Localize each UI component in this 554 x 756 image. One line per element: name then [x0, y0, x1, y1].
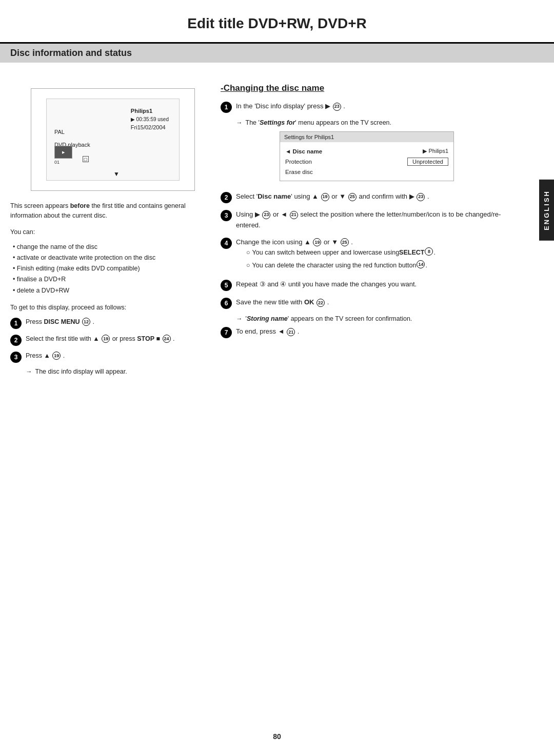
circle-22: 22 [316, 299, 325, 307]
settings-box-body: ◄ Disc name ▶ Philips1 Protection Unprot… [280, 142, 453, 181]
settings-box-title: Settings for Philips1 [280, 132, 453, 142]
list-item: finalise a DVD+R [13, 274, 205, 285]
list-item: change the name of the disc [13, 242, 205, 253]
right-step-1-content: In the 'Disc info display' press ▶ 23 . [236, 101, 513, 112]
right-step-7: 7 To end, press ◄ 21 . [221, 326, 513, 338]
thumb-1: ▶ [54, 146, 72, 159]
disc-display-inner: Philips1 ▶ 00:35:59 used Fri15/02/2004 P… [46, 99, 180, 181]
circle-25b: 25 [341, 238, 349, 246]
page-number: 80 [273, 732, 281, 741]
circle-21a: 21 [290, 211, 298, 219]
right-step-num-7: 7 [221, 327, 232, 338]
step-num-3: 3 [10, 352, 22, 363]
disc-thumbnails: ▶ 01 ▢ [54, 146, 72, 165]
right-step-num-1: 1 [221, 102, 232, 113]
settings-row-erase: Erase disc [285, 167, 448, 177]
right-step-3-content: Using ▶ 23 or ◄ 21 select the position w… [236, 209, 513, 231]
arrow-down: ▼ [113, 170, 120, 178]
page: Edit title DVD+RW, DVD+R Disc informatio… [0, 0, 554, 756]
step-3-content: Press ▲ 19 . [26, 351, 205, 361]
right-step-6-content: Save the new title with OK 22 . [236, 297, 513, 308]
right-step-5-content: Repeat ③ and ④ until you have made the c… [236, 279, 513, 290]
right-step-6-result: 'Storing name' appears on the TV screen … [236, 315, 513, 322]
circle-19b: 19 [52, 352, 61, 360]
disc-name-value: ▶ Philips1 [423, 148, 448, 154]
subsection-title: -Changing the disc name [221, 83, 513, 93]
bullet-list: change the name of the disc activate or … [10, 242, 205, 296]
right-step-num-6: 6 [221, 298, 232, 309]
circle-19d: 19 [313, 238, 321, 246]
right-step-num-4: 4 [221, 238, 232, 249]
disc-date: Fri15/02/2004 [131, 123, 169, 132]
disc-name-label: ◄ Disc name [285, 148, 322, 154]
step-3-result: The disc info display will appear. [26, 368, 205, 375]
circle-23a: 23 [333, 103, 341, 111]
english-tab: ENGLISH [539, 180, 554, 241]
protection-value: Unprotected [407, 158, 448, 166]
disc-format: PAL [54, 127, 90, 138]
right-step-6: 6 Save the new title with OK 22 . [221, 297, 513, 309]
circle-12: 12 [82, 318, 90, 326]
right-step-2-content: Select 'Disc name' using ▲ 19 or ▼ 25 an… [236, 191, 513, 202]
list-item: Finish editing (make edits DVD compatibl… [13, 263, 205, 274]
left-column: Philips1 ▶ 00:35:59 used Fri15/02/2004 P… [10, 83, 205, 379]
circle-14: 14 [417, 260, 425, 268]
settings-row-protection: Protection Unprotected [285, 156, 448, 167]
right-step-1: 1 In the 'Disc info display' press ▶ 23 … [221, 101, 513, 113]
intro-text: This screen appears before the first tit… [10, 201, 205, 221]
play-icon: ▢ [83, 156, 89, 162]
circle-19c: 19 [321, 193, 329, 201]
list-item: activate or deactivate write protection … [13, 253, 205, 263]
right-step-num-3: 3 [221, 210, 232, 221]
step-num-2: 2 [10, 335, 22, 346]
proceed-label: To get to this display, proceed as follo… [10, 304, 205, 311]
right-step-7-content: To end, press ◄ 21 . [236, 326, 513, 337]
disc-time: ▶ 00:35:59 used [131, 115, 169, 123]
circle-24: 24 [163, 335, 171, 343]
right-column: -Changing the disc name 1 In the 'Disc i… [221, 83, 533, 379]
circle-19a: 19 [102, 335, 110, 343]
step-1: 1 Press DISC MENU 12 . [10, 317, 205, 329]
right-step-num-2: 2 [221, 192, 232, 203]
main-content: Philips1 ▶ 00:35:59 used Fri15/02/2004 P… [0, 73, 554, 390]
erase-label: Erase disc [285, 169, 313, 175]
step-2-content: Select the first title with ▲ 19 or pres… [26, 334, 205, 344]
circle-25a: 25 [348, 193, 357, 201]
right-step-5: 5 Repeat ③ and ④ until you have made the… [221, 279, 513, 291]
right-step-num-5: 5 [221, 280, 232, 291]
settings-box: Settings for Philips1 ◄ Disc name ▶ Phil… [280, 131, 454, 181]
step-3: 3 Press ▲ 19 . [10, 351, 205, 363]
right-step-4: 4 Change the icon using ▲ 19 or ▼ 25 . Y… [221, 237, 513, 274]
section-header: Disc information and status [0, 44, 554, 63]
list-item: delete a DVD+RW [13, 285, 205, 296]
step-num-1: 1 [10, 318, 22, 329]
disc-info-right: Philips1 ▶ 00:35:59 used Fri15/02/2004 [131, 107, 169, 131]
step-1-content: Press DISC MENU 12 . [26, 317, 205, 327]
right-step-4-content: Change the icon using ▲ 19 or ▼ 25 . You… [236, 237, 513, 274]
you-can-label: You can: [10, 228, 205, 236]
protection-label: Protection [285, 159, 312, 165]
circle-23c: 23 [262, 211, 270, 219]
sub-bullet-1: You can switch between upper and lowerca… [246, 247, 513, 258]
right-step-1-result: The 'Settings for' menu appears on the T… [236, 119, 513, 126]
circle-21b: 21 [287, 328, 295, 336]
sub-bullet-2: You can delete the character using the r… [246, 260, 513, 270]
page-title: Edit title DVD+RW, DVD+R [0, 0, 554, 44]
step-2: 2 Select the first title with ▲ 19 or pr… [10, 334, 205, 346]
right-step-2: 2 Select 'Disc name' using ▲ 19 or ▼ 25 … [221, 191, 513, 203]
disc-display-box: Philips1 ▶ 00:35:59 used Fri15/02/2004 P… [31, 88, 195, 191]
circle-23b: 23 [417, 193, 425, 201]
right-step-3: 3 Using ▶ 23 or ◄ 21 select the position… [221, 209, 513, 231]
disc-name: Philips1 [131, 107, 169, 115]
settings-row-discname: ◄ Disc name ▶ Philips1 [285, 146, 448, 156]
circle-8: 8 [425, 247, 433, 256]
